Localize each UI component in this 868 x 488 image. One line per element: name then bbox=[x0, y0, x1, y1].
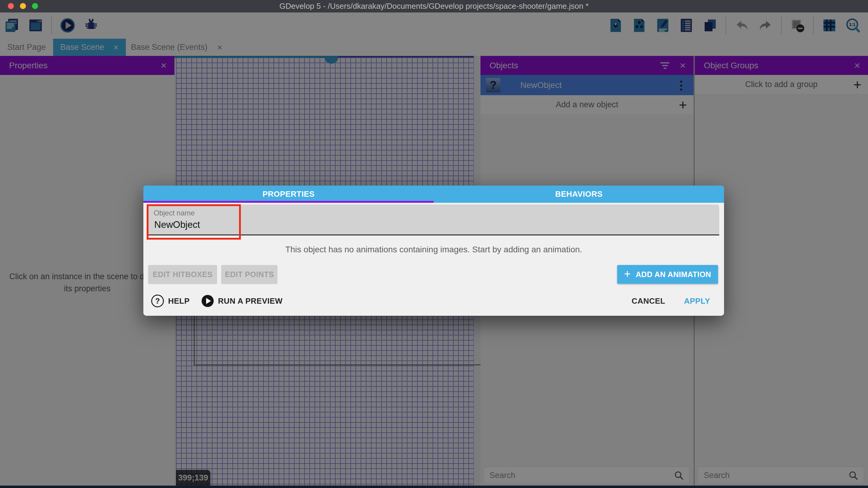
help-button[interactable]: ? HELP bbox=[151, 295, 189, 307]
dialog-actions: EDIT HITBOXES EDIT POINTS + ADD AN ANIMA… bbox=[148, 265, 718, 284]
add-animation-label: ADD AN ANIMATION bbox=[636, 270, 711, 279]
apply-button[interactable]: APPLY bbox=[684, 296, 710, 306]
gdevelop-window: GDevelop 5 - /Users/dkarakay/Documents/G… bbox=[0, 0, 868, 488]
add-animation-button[interactable]: + ADD AN ANIMATION bbox=[617, 265, 718, 284]
edit-hitboxes-button[interactable]: EDIT HITBOXES bbox=[148, 265, 217, 284]
dialog-footer: ? HELP RUN A PREVIEW CANCEL APPLY bbox=[151, 292, 710, 310]
help-icon: ? bbox=[151, 295, 164, 307]
run-preview-button[interactable]: RUN A PREVIEW bbox=[202, 295, 282, 307]
plus-icon: + bbox=[624, 267, 631, 280]
window-title: GDevelop 5 - /Users/dkarakay/Documents/G… bbox=[0, 0, 868, 12]
titlebar: GDevelop 5 - /Users/dkarakay/Documents/G… bbox=[0, 0, 868, 12]
cancel-button[interactable]: CANCEL bbox=[632, 296, 665, 306]
tab-behaviors[interactable]: BEHAVIORS bbox=[434, 185, 724, 203]
tab-properties[interactable]: PROPERTIES bbox=[143, 185, 434, 203]
annotation-highlight-rectangle bbox=[147, 204, 241, 240]
edit-points-button[interactable]: EDIT POINTS bbox=[221, 265, 277, 284]
dialog-tabs: PROPERTIES BEHAVIORS bbox=[143, 185, 724, 203]
no-animations-message: This object has no animations containing… bbox=[143, 245, 724, 254]
active-tab-underline bbox=[143, 201, 434, 203]
play-icon bbox=[202, 295, 214, 307]
